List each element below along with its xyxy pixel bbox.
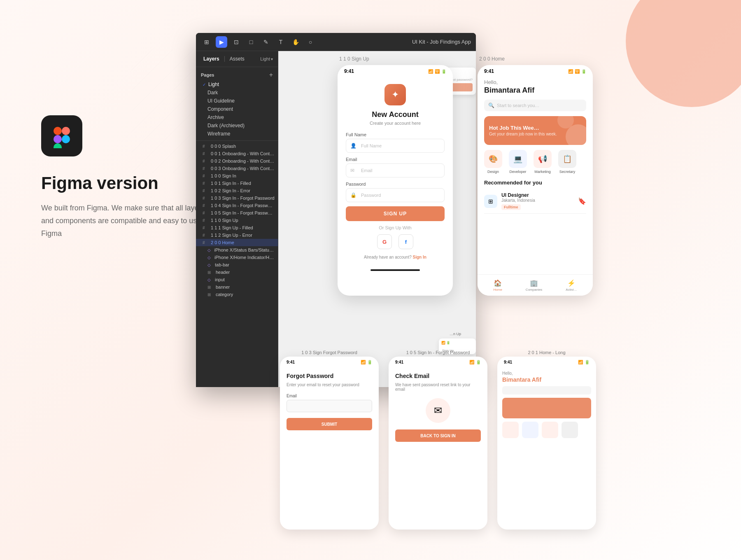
layer-103-forgot[interactable]: # 1 0 3 Sign In - Forgot Password bbox=[196, 194, 278, 202]
forgot-2-title: Check Email bbox=[395, 373, 481, 379]
toolbar-cursor-icon[interactable]: ▶ bbox=[216, 36, 227, 48]
home-long-hello: Hello, bbox=[502, 371, 591, 376]
email-sent-icon: ✉ bbox=[426, 398, 450, 423]
theme-badge: Light bbox=[260, 56, 270, 61]
signal-icon: 📶 bbox=[469, 360, 474, 364]
layer-iphone-statusbar[interactable]: ◇ iPhone X/Status Bars/Status Ba… bbox=[196, 246, 278, 254]
toolbar-text-icon[interactable]: T bbox=[275, 36, 287, 48]
tab-separator bbox=[224, 56, 225, 62]
search-icon: 🔍 bbox=[488, 103, 494, 108]
developer-icon: 💻 bbox=[513, 154, 522, 163]
job-card-ui-designer[interactable]: ⊞ UI Designer Jakarta, Indonesia Fulltim… bbox=[484, 189, 586, 214]
toolbar-grid-icon[interactable]: ⊞ bbox=[201, 36, 212, 48]
page-item-component[interactable]: Component bbox=[196, 105, 278, 113]
layer-111-signup-filled[interactable]: # 1 1 1 Sign Up - Filled bbox=[196, 224, 278, 231]
page-item-guideline[interactable]: UI Guideline bbox=[196, 97, 278, 105]
home-search-bar[interactable]: 🔍 Start to search you… bbox=[484, 100, 586, 111]
layer-002-onboarding[interactable]: # 0 0 2 Onboarding - With Control -… bbox=[196, 157, 278, 165]
svg-rect-13 bbox=[54, 135, 62, 143]
nav-item-companies[interactable]: 🏢 Companies bbox=[526, 279, 542, 292]
category-developer[interactable]: 💻 Developer bbox=[509, 150, 527, 174]
battery-icon: 🔋 bbox=[441, 69, 446, 74]
home-hello-text: Hello, bbox=[484, 79, 586, 85]
marketing-icon-bg: 📢 bbox=[534, 150, 552, 168]
layer-iphone-home-indicator[interactable]: ◇ iPhone X/Home Indicator/Hom… bbox=[196, 254, 278, 261]
marketing-icon: 📢 bbox=[538, 154, 547, 163]
secretary-icon-bg: 📋 bbox=[558, 150, 576, 168]
toolbar-comment-icon[interactable]: ○ bbox=[305, 36, 316, 48]
page-item-dark[interactable]: Dark bbox=[196, 89, 278, 97]
email-input[interactable]: ✉ Email bbox=[346, 163, 445, 177]
layer-001-onboarding[interactable]: # 0 0 1 Onboarding - With Control -… bbox=[196, 150, 278, 157]
layer-200-home[interactable]: # 2 0 0 Home bbox=[196, 239, 278, 246]
facebook-icon: f bbox=[405, 239, 407, 245]
password-label: Password bbox=[346, 182, 445, 187]
company-logo-slack: ⊞ bbox=[484, 195, 497, 208]
left-title: Figma version bbox=[41, 173, 214, 194]
layer-banner[interactable]: ⊞ banner bbox=[196, 283, 278, 291]
toolbar-frame-icon[interactable]: ⊡ bbox=[231, 36, 242, 48]
layer-112-signup-error[interactable]: # 1 1 2 Sign Up - Error bbox=[196, 231, 278, 239]
pages-add-button[interactable]: + bbox=[269, 71, 273, 79]
bookmark-icon[interactable]: 🔖 bbox=[578, 197, 586, 205]
layer-category[interactable]: ⊞ category bbox=[196, 291, 278, 298]
layer-104-forgot-fi[interactable]: # 1 0 4 Sign In - Forgot Password - Fi… bbox=[196, 202, 278, 209]
category-design[interactable]: 🎨 Design bbox=[484, 150, 502, 174]
forgot-2-back-button[interactable]: BACK TO SIGN IN bbox=[395, 429, 481, 442]
layer-header[interactable]: ⊞ header bbox=[196, 268, 278, 276]
forgot-screen-1-label: 1 0 3 Sign Forgot Password bbox=[301, 350, 357, 355]
forgot-1-email-input[interactable] bbox=[287, 400, 372, 412]
activity-nav-label: Activi… bbox=[566, 288, 577, 292]
design-icon-bg: 🎨 bbox=[484, 150, 502, 168]
layer-tab-bar[interactable]: ◇ tab-bar bbox=[196, 261, 278, 268]
layer-105-forgot-r[interactable]: # 1 0 5 Sign In - Forgot Password - R… bbox=[196, 209, 278, 217]
fullname-icon: 👤 bbox=[350, 143, 357, 149]
signup-subtitle: Create your account here bbox=[346, 121, 445, 126]
facebook-signin-button[interactable]: f bbox=[398, 234, 413, 249]
signup-button[interactable]: SIGN UP bbox=[346, 206, 445, 221]
page-item-archive[interactable]: Archive bbox=[196, 113, 278, 121]
category-secretary[interactable]: 📋 Secretary bbox=[558, 150, 576, 174]
component-icon: ◇ bbox=[207, 255, 212, 260]
page-item-wireframe[interactable]: Wireframe bbox=[196, 130, 278, 138]
svg-point-15 bbox=[62, 135, 70, 143]
home-nav-label: Home bbox=[494, 288, 502, 292]
bg-decoration-circle bbox=[626, 0, 741, 107]
layer-102-signin-error[interactable]: # 1 0 2 Sign In - Error bbox=[196, 187, 278, 194]
signin-link[interactable]: Sign In bbox=[413, 255, 426, 259]
job-badge-fulltime: Fulltime bbox=[501, 204, 521, 210]
home-long-search[interactable] bbox=[502, 386, 591, 394]
category-marketing[interactable]: 📢 Marketing bbox=[534, 150, 552, 174]
layer-003-onboarding[interactable]: # 0 0 3 Onboarding - With Control -… bbox=[196, 165, 278, 172]
forgot-password-screen-2-wrapper: 1 0 5 Sign In - Forgot Password 9:41 📶 🔋… bbox=[389, 350, 487, 530]
layer-110-signup[interactable]: # 1 1 0 Sign Up bbox=[196, 217, 278, 224]
layer-input[interactable]: ◇ input bbox=[196, 276, 278, 283]
layer-101-signin-filled[interactable]: # 1 0 1 Sign In - Filled bbox=[196, 180, 278, 187]
home-mobile-screen: 9:41 📶 🛜 🔋 Hello, Bimantara Afif 🔍 Start… bbox=[478, 65, 593, 296]
page-item-light[interactable]: Light bbox=[196, 80, 278, 89]
companies-nav-icon: 🏢 bbox=[530, 279, 538, 287]
nav-item-home[interactable]: 🏠 Home bbox=[494, 279, 502, 292]
fullname-label: Full Name bbox=[346, 132, 445, 137]
layer-000-splash[interactable]: # 0 0 0 Splash bbox=[196, 142, 278, 150]
toolbar-pen-icon[interactable]: ✎ bbox=[260, 36, 272, 48]
layer-100-signin[interactable]: # 1 0 0 Sign In bbox=[196, 172, 278, 180]
toolbar-hand-icon[interactable]: ✋ bbox=[290, 36, 301, 48]
fullname-input[interactable]: 👤 Full Name bbox=[346, 139, 445, 153]
svg-line-2 bbox=[132, 49, 193, 111]
component-icon: ◇ bbox=[207, 248, 212, 252]
google-signin-button[interactable]: G bbox=[377, 234, 392, 249]
password-input[interactable]: 🔒 Password bbox=[346, 188, 445, 202]
layer-frame-icon: # bbox=[203, 152, 208, 156]
tab-assets[interactable]: Assets bbox=[227, 54, 247, 63]
cat-icon-4 bbox=[562, 422, 578, 438]
cat-icon-3 bbox=[542, 422, 558, 438]
slack-icon: ⊞ bbox=[488, 198, 493, 205]
svg-rect-12 bbox=[62, 127, 70, 135]
toolbar-shape-icon[interactable]: □ bbox=[245, 36, 257, 48]
nav-item-activity[interactable]: ⚡ Activi… bbox=[566, 279, 577, 292]
page-item-dark-archived[interactable]: Dark (Archieved) bbox=[196, 121, 278, 130]
tab-layers[interactable]: Layers bbox=[201, 54, 222, 63]
forgot-1-submit-button[interactable]: SUBMIT bbox=[287, 418, 372, 430]
job-info: UI Designer Jakarta, Indonesia Fulltime bbox=[501, 192, 574, 210]
